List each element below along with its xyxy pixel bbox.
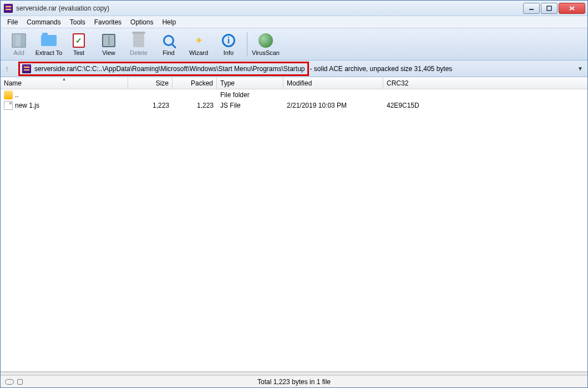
- statusbar: Total 1,223 bytes in 1 file: [1, 375, 587, 387]
- status-center: Total 1,223 bytes in 1 file: [257, 378, 331, 386]
- list-body: .. File folder new 1.js 1,223 1,223 JS F…: [1, 89, 587, 372]
- folder-icon: [41, 35, 57, 46]
- tool-test-label: Test: [73, 49, 84, 56]
- close-button[interactable]: [559, 3, 585, 14]
- menu-file[interactable]: File: [3, 17, 22, 27]
- tool-delete-label: Delete: [130, 49, 148, 56]
- maximize-button[interactable]: [541, 3, 557, 14]
- folder-up-icon: [4, 90, 13, 99]
- cell-up-name: ..: [15, 91, 19, 99]
- minimize-button[interactable]: [523, 3, 540, 14]
- app-icon: [4, 4, 13, 13]
- tool-info-label: Info: [224, 49, 234, 56]
- cell-file-type: JS File: [217, 100, 283, 110]
- clipboard-check-icon: [73, 33, 85, 48]
- cell-file-modified: 2/21/2019 10:03 PM: [283, 100, 383, 110]
- disk-icon: [5, 379, 14, 385]
- menu-commands[interactable]: Commands: [22, 17, 65, 27]
- minimize-icon: [529, 6, 534, 11]
- books-icon: [12, 33, 26, 48]
- path-highlight-box: serverside.rar\C:\C:C:..\AppData\Roaming…: [18, 62, 309, 76]
- archive-icon: [22, 64, 31, 73]
- maximize-icon: [546, 6, 552, 11]
- tool-wizard[interactable]: Wizard: [184, 30, 213, 59]
- tool-info[interactable]: i Info: [214, 30, 243, 59]
- list-header: Name▲ Size Packed Type Modified CRC32: [1, 77, 587, 89]
- pathbar: ↑ serverside.rar\C:\C:C:..\AppData\Roami…: [1, 61, 587, 77]
- cell-file-crc32: 42E9C15D: [383, 100, 587, 110]
- toolbar-separator: [247, 32, 247, 57]
- trash-icon: [133, 34, 144, 47]
- tool-virusscan-label: VirusScan: [252, 49, 280, 56]
- tool-add[interactable]: Add: [4, 30, 33, 59]
- status-left: [5, 379, 23, 385]
- book-icon: [102, 34, 115, 47]
- tool-extract-label: Extract To: [36, 49, 63, 56]
- cell-up-type: File folder: [217, 89, 283, 100]
- tool-extract[interactable]: Extract To: [34, 30, 63, 59]
- tool-wizard-label: Wizard: [189, 49, 208, 56]
- col-name[interactable]: Name▲: [1, 77, 128, 89]
- window-title: serverside.rar (evaluation copy): [16, 4, 109, 12]
- tool-test[interactable]: Test: [64, 30, 93, 59]
- wizard-icon: [192, 34, 205, 47]
- menubar: File Commands Tools Favorites Options He…: [1, 16, 587, 28]
- cell-file-name: new 1.js: [15, 102, 39, 109]
- row-up[interactable]: .. File folder: [1, 89, 587, 100]
- lock-icon: [17, 379, 23, 385]
- tool-delete[interactable]: Delete: [124, 30, 153, 59]
- archive-info: - solid ACE archive, unpacked size 31,40…: [310, 65, 453, 73]
- close-icon: [569, 6, 575, 11]
- cell-file-packed: 1,223: [173, 100, 217, 110]
- window-controls: [522, 3, 585, 14]
- cell-file-size: 1,223: [128, 100, 173, 110]
- menu-options[interactable]: Options: [126, 17, 158, 27]
- titlebar: serverside.rar (evaluation copy): [1, 1, 587, 16]
- col-packed[interactable]: Packed: [173, 77, 217, 89]
- tool-find[interactable]: Find: [154, 30, 183, 59]
- tool-view-label: View: [102, 49, 115, 56]
- menu-favorites[interactable]: Favorites: [90, 17, 126, 27]
- toolbar: Add Extract To Test View Delete Find Wiz…: [1, 28, 587, 61]
- svg-rect-1: [547, 6, 551, 11]
- info-icon: i: [222, 34, 235, 47]
- tool-virusscan[interactable]: VirusScan: [251, 30, 280, 59]
- menu-help[interactable]: Help: [158, 17, 180, 27]
- row-file[interactable]: new 1.js 1,223 1,223 JS File 2/21/2019 1…: [1, 100, 587, 110]
- js-file-icon: [4, 101, 13, 110]
- col-modified[interactable]: Modified: [283, 77, 383, 89]
- tool-add-label: Add: [13, 49, 24, 56]
- col-crc32[interactable]: CRC32: [383, 77, 587, 89]
- menu-tools[interactable]: Tools: [65, 17, 90, 27]
- magnifier-icon: [163, 35, 174, 46]
- tool-view[interactable]: View: [94, 30, 123, 59]
- dropdown-arrow-icon[interactable]: ▼: [577, 65, 583, 72]
- col-size[interactable]: Size: [128, 77, 173, 89]
- up-arrow-icon[interactable]: ↑: [5, 64, 14, 73]
- virus-icon: [258, 33, 273, 48]
- col-type[interactable]: Type: [217, 77, 283, 89]
- window: serverside.rar (evaluation copy) File Co…: [0, 0, 588, 388]
- col-name-label: Name: [4, 79, 22, 87]
- sort-indicator-icon: ▲: [62, 77, 67, 82]
- tool-find-label: Find: [163, 49, 174, 56]
- path-text[interactable]: serverside.rar\C:\C:C:..\AppData\Roaming…: [34, 65, 305, 73]
